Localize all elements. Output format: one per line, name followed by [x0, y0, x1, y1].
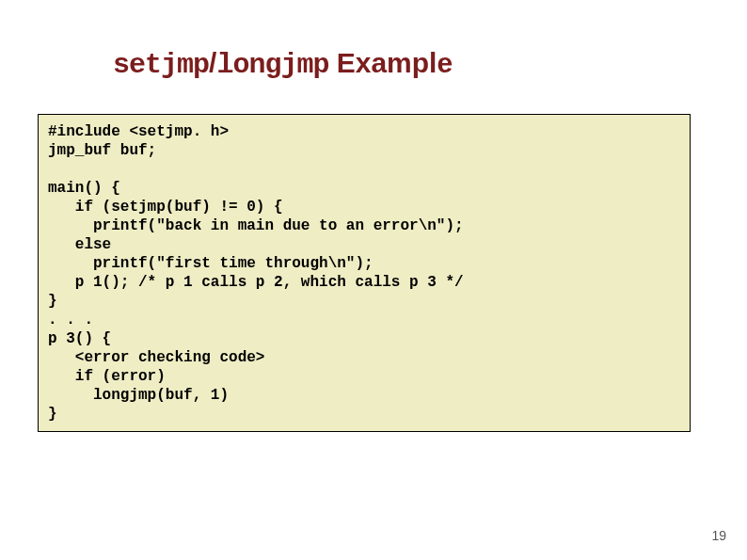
title-mono-2: longjmp — [216, 49, 328, 81]
title-suffix: Example — [328, 47, 453, 78]
slide: setjmp/longjmp Example #include <setjmp.… — [0, 0, 747, 560]
page-number: 19 — [711, 528, 726, 543]
code-listing: #include <setjmp. h> jmp_buf buf; main()… — [48, 122, 680, 424]
slide-title: setjmp/longjmp Example — [113, 47, 453, 81]
title-mono-1: setjmp — [113, 49, 209, 81]
code-box: #include <setjmp. h> jmp_buf buf; main()… — [38, 114, 691, 432]
